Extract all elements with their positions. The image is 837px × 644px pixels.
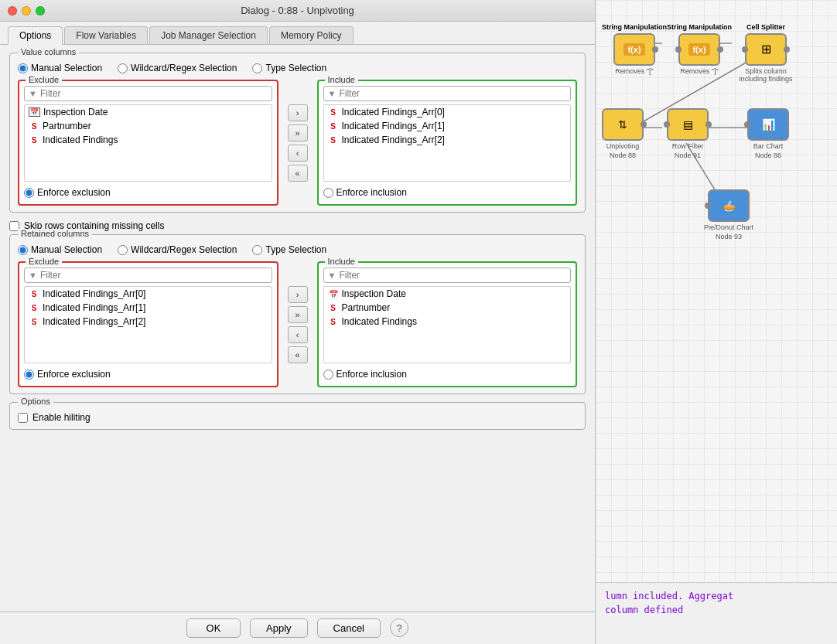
list-item[interactable]: S Indicated Findings <box>324 315 571 329</box>
minimize-button[interactable] <box>22 6 31 15</box>
list-item[interactable]: 📅 Inspection Date <box>25 105 272 119</box>
value-columns-section: Value columns Manual Selection Wildcard/… <box>9 53 586 213</box>
list-item[interactable]: S Partnumber <box>324 301 571 315</box>
close-button[interactable] <box>8 6 17 15</box>
col-type-s-icon: S <box>29 304 39 312</box>
rc-enforce-inclusion-label: Enforce inclusion <box>337 369 407 380</box>
vc-move-all-left-button[interactable]: « <box>288 165 308 182</box>
node-sublabel: Removes "[" <box>615 67 653 75</box>
ok-button[interactable]: OK <box>186 618 241 638</box>
status-line-2: column defined <box>605 603 828 617</box>
list-item[interactable]: S Partnumber <box>25 119 272 133</box>
rc-exclude-list: S Indicated Findings_Arr[0] S Indicated … <box>24 286 272 363</box>
vc-exclude-list: 📅 Inspection Date S Partnumber S Indicat… <box>24 104 272 182</box>
vc-enforce-exclusion-row: Enforce exclusion <box>24 186 272 199</box>
maximize-button[interactable] <box>36 6 45 15</box>
list-item[interactable]: S Indicated Findings_Arr[1] <box>25 301 272 315</box>
value-columns-label: Value columns <box>18 47 79 56</box>
rc-include-filter-input[interactable] <box>339 270 566 281</box>
vc-include-filter-icon: ▼ <box>328 89 337 98</box>
rc-arrow-buttons: › » ‹ « <box>285 261 311 387</box>
port-left <box>744 121 750 128</box>
col-type-date-icon: 📅 <box>328 290 339 298</box>
list-item[interactable]: S Indicated Findings_Arr[2] <box>324 133 571 147</box>
vc-exclude-filter-icon: ▼ <box>29 89 37 98</box>
rc-move-right-button[interactable]: › <box>288 286 308 303</box>
port-left <box>675 46 682 53</box>
rc-exclude-filter-input[interactable] <box>40 270 268 281</box>
list-item[interactable]: S Indicated Findings_Arr[0] <box>324 105 571 119</box>
node-string-manip2[interactable]: String Manipulation f(x) Removes "]" <box>667 23 732 75</box>
cancel-button[interactable]: Cancel <box>317 618 381 638</box>
radio-type-rc[interactable]: Type Selection <box>252 244 326 255</box>
enable-hiliting-checkbox[interactable] <box>18 413 28 423</box>
node-sublabel: Row Filter <box>672 142 704 150</box>
radio-wildcard-vc[interactable]: Wildcard/Regex Selection <box>118 63 237 73</box>
list-item[interactable]: S Indicated Findings_Arr[2] <box>25 315 272 329</box>
node-body: ⊞ <box>745 33 787 66</box>
vc-move-left-button[interactable]: ‹ <box>288 145 308 162</box>
vc-move-all-right-button[interactable]: » <box>288 124 308 141</box>
list-item[interactable]: S Indicated Findings <box>25 133 272 147</box>
vc-enforce-exclusion-radio[interactable] <box>24 188 34 198</box>
vc-exclude-filter-input[interactable] <box>40 88 268 99</box>
port-left <box>664 121 670 128</box>
retained-columns-section: Retained columns Manual Selection Wildca… <box>9 234 586 394</box>
vc-enforce-inclusion-radio[interactable] <box>323 188 333 198</box>
node-body: ▤ <box>667 108 709 141</box>
node-pie-chart[interactable]: 🥧 Pie/Donut Chart Node 93 <box>704 189 753 240</box>
rc-include-box: Include ▼ 📅 Inspection Date S Partnumber <box>317 261 578 387</box>
rc-move-left-button[interactable]: ‹ <box>288 326 308 343</box>
rc-exclude-box: Exclude ▼ S Indicated Findings_Arr[0] S … <box>18 261 278 387</box>
window-controls <box>8 6 45 15</box>
rc-enforce-inclusion-radio[interactable] <box>323 370 333 380</box>
port-left <box>742 46 748 53</box>
vc-move-right-button[interactable]: › <box>288 104 308 121</box>
help-button[interactable]: ? <box>390 618 408 637</box>
tab-job-manager[interactable]: Job Manager Selection <box>149 26 268 44</box>
workflow-connections <box>596 0 837 582</box>
node-unpivoting[interactable]: ⇅ Unpivoting Node 88 <box>602 108 644 159</box>
rc-exclude-include: Exclude ▼ S Indicated Findings_Arr[0] S … <box>18 261 577 387</box>
vc-include-filter-input[interactable] <box>339 88 566 99</box>
node-string-manip1[interactable]: String Manipulation f(x) Removes "[" <box>602 23 667 75</box>
node-row-filter[interactable]: ▤ Row Filter Node 91 <box>667 108 709 159</box>
radio-manual-selection-rc[interactable]: Manual Selection <box>18 244 102 255</box>
node-cell-splitter[interactable]: Cell Splitter ⊞ Splits column including … <box>731 23 801 83</box>
node-body: 🥧 <box>708 189 750 222</box>
rc-enforce-exclusion-row: Enforce exclusion <box>24 367 272 381</box>
radio-type-vc[interactable]: Type Selection <box>252 63 326 73</box>
vc-exclude-include: Exclude ▼ 📅 Inspection Date S Partnumber <box>18 80 577 206</box>
node-body: f(x) <box>678 33 720 66</box>
vc-include-filter-row: ▼ <box>323 86 572 101</box>
radio-manual-selection-vc[interactable]: Manual Selection <box>18 63 102 73</box>
rc-enforce-exclusion-radio[interactable] <box>24 370 34 380</box>
node-bar-chart[interactable]: 📊 Bar Chart Node 86 <box>747 108 789 159</box>
dialog-panel: Dialog - 0:88 - Unpivoting Options Flow … <box>0 0 596 644</box>
hilite-row: Enable hiliting <box>18 412 577 423</box>
rc-move-all-left-button[interactable]: « <box>288 346 308 363</box>
col-type-s-icon: S <box>328 136 339 145</box>
col-type-s-icon: S <box>328 108 339 117</box>
vc-arrow-buttons: › » ‹ « <box>285 80 311 206</box>
node-title: String Manipulation <box>602 23 667 32</box>
rc-move-all-right-button[interactable]: » <box>288 306 308 323</box>
node-sublabel: Pie/Donut Chart <box>704 223 753 231</box>
rc-enforce-inclusion-row: Enforce inclusion <box>323 367 572 381</box>
col-type-s-icon: S <box>328 318 339 326</box>
list-item[interactable]: S Indicated Findings_Arr[1] <box>324 119 571 133</box>
col-type-date-icon: 📅 <box>29 107 40 117</box>
radio-wildcard-rc[interactable]: Wildcard/Regex Selection <box>118 244 237 255</box>
list-item[interactable]: S Indicated Findings_Arr[0] <box>25 287 272 301</box>
tab-memory-policy[interactable]: Memory Policy <box>269 26 354 44</box>
status-line-1: lumn included. Aggregat <box>605 589 828 603</box>
rc-include-filter-row: ▼ <box>323 267 572 283</box>
tab-options[interactable]: Options <box>8 26 63 45</box>
node-body: 📊 <box>747 108 789 141</box>
node-body: ⇅ <box>602 108 644 141</box>
tab-flow-variables[interactable]: Flow Variables <box>64 26 148 44</box>
list-item[interactable]: 📅 Inspection Date <box>324 287 571 301</box>
node-title: Cell Splitter <box>746 23 785 32</box>
node-sublabel: Bar Chart <box>753 142 784 150</box>
apply-button[interactable]: Apply <box>250 618 308 638</box>
